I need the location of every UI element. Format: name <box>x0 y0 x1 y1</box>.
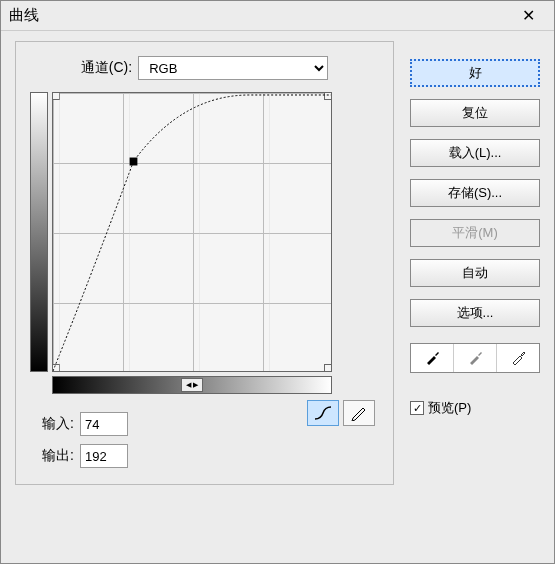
curves-dialog: 曲线 ✕ 通道(C): RGB <box>0 0 555 564</box>
auto-button[interactable]: 自动 <box>410 259 540 287</box>
preview-row[interactable]: ✓ 预览(P) <box>410 399 540 417</box>
close-icon: ✕ <box>522 6 535 25</box>
output-field[interactable] <box>80 444 128 468</box>
corner-handle-tr[interactable] <box>324 92 332 100</box>
save-button[interactable]: 存储(S)... <box>410 179 540 207</box>
curve-tool-button[interactable] <box>307 400 339 426</box>
corner-handle-tl[interactable] <box>52 92 60 100</box>
curve-svg <box>53 93 331 371</box>
window-title: 曲线 <box>9 6 39 25</box>
reset-button[interactable]: 复位 <box>410 99 540 127</box>
channel-label: 通道(C): <box>81 59 132 77</box>
load-button[interactable]: 载入(L)... <box>410 139 540 167</box>
preview-label: 预览(P) <box>428 399 471 417</box>
corner-handle-bl[interactable] <box>52 364 60 372</box>
corner-handle-br[interactable] <box>324 364 332 372</box>
output-row: 输出: <box>30 444 379 468</box>
channel-select[interactable]: RGB <box>138 56 328 80</box>
options-button[interactable]: 选项... <box>410 299 540 327</box>
eyedropper-white-icon <box>509 349 527 367</box>
close-button[interactable]: ✕ <box>510 4 546 28</box>
output-label: 输出: <box>30 447 74 465</box>
preview-checkbox[interactable]: ✓ <box>410 401 424 415</box>
horizontal-gradient[interactable] <box>52 376 332 394</box>
eyedropper-gray[interactable] <box>454 344 497 372</box>
pencil-tool-button[interactable] <box>343 400 375 426</box>
titlebar: 曲线 ✕ <box>1 1 554 31</box>
eyedropper-gray-icon <box>466 349 484 367</box>
smooth-button: 平滑(M) <box>410 219 540 247</box>
right-panel: 好 复位 载入(L)... 存储(S)... 平滑(M) 自动 选项... ✓ <box>410 41 540 485</box>
ok-button[interactable]: 好 <box>410 59 540 87</box>
tool-icons <box>307 400 375 426</box>
channel-row: 通道(C): RGB <box>30 56 379 80</box>
input-label: 输入: <box>30 415 74 433</box>
curve-grid[interactable] <box>52 92 332 372</box>
hgrad-row <box>52 376 379 394</box>
eyedropper-row <box>410 343 540 373</box>
input-field[interactable] <box>80 412 128 436</box>
gradient-handle[interactable] <box>181 378 203 392</box>
pencil-icon <box>349 405 369 421</box>
vertical-gradient <box>30 92 48 372</box>
eyedropper-black[interactable] <box>411 344 454 372</box>
content: 通道(C): RGB <box>1 31 554 495</box>
eyedropper-white[interactable] <box>497 344 539 372</box>
curve-grid-wrap <box>52 92 332 372</box>
curve-area <box>30 92 379 372</box>
left-panel: 通道(C): RGB <box>15 41 394 485</box>
control-point <box>129 158 137 166</box>
eyedropper-black-icon <box>423 349 441 367</box>
curve-tool-icon <box>313 405 333 421</box>
